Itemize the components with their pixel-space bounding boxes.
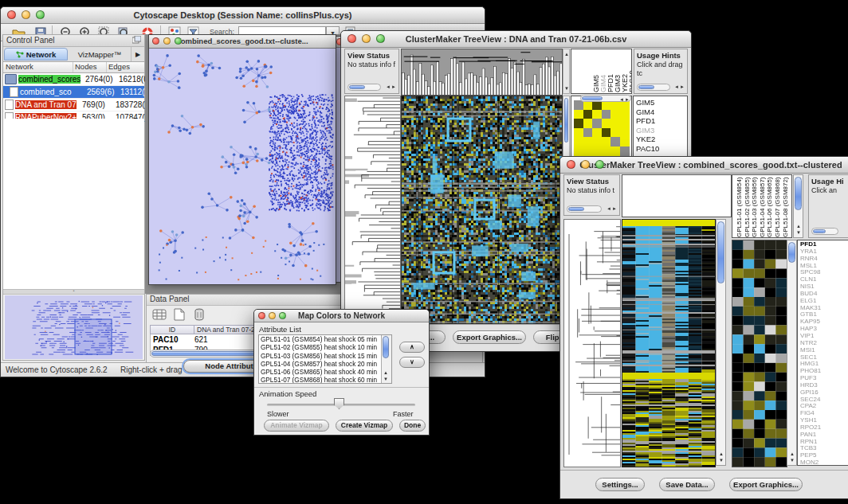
matrix-cell[interactable] <box>592 147 602 156</box>
treeview2-titlebar[interactable]: ClusterMaker TreeView : combined_scores_… <box>560 157 848 174</box>
column-label[interactable]: GPL51-02 (GSM855) <box>744 177 751 237</box>
matrix-cell[interactable] <box>610 110 620 119</box>
panel-splitter[interactable]: • <box>3 289 144 295</box>
matrix-cell[interactable] <box>610 137 620 147</box>
tv1-mini-scroll-strip[interactable]: ▲ ▼ <box>563 49 570 94</box>
save-data-button[interactable]: Save Data... <box>659 478 715 491</box>
tv1-heatmap-canvas[interactable] <box>401 96 563 324</box>
tv2-row-dendrogram[interactable] <box>563 219 621 467</box>
scroll-right-icon[interactable]: ► <box>625 96 630 103</box>
gene-label[interactable]: GIM3 <box>634 126 687 135</box>
delete-attribute-icon[interactable] <box>191 307 207 322</box>
gene-label[interactable]: MON2 <box>798 459 848 466</box>
matrix-cell[interactable] <box>574 119 583 128</box>
network-name[interactable]: combined_scores <box>18 75 85 84</box>
tv1-labels-hscrollbar[interactable]: ◄ ► <box>580 95 631 102</box>
tv1-correlation-matrix[interactable] <box>574 100 630 156</box>
col-header-edges[interactable]: Edges <box>107 62 144 72</box>
matrix-cell[interactable] <box>602 119 611 128</box>
matrix-cell[interactable] <box>583 128 593 138</box>
scroll-down-icon[interactable]: ▼ <box>796 229 801 236</box>
scroll-left-icon[interactable]: ◄ <box>607 205 611 212</box>
attribute-listbox[interactable]: GPL51-01 (GSM854) heat shock 05 minGPL51… <box>258 334 392 384</box>
tv2-genelist-vscrollbar[interactable]: ▲ ▼ <box>787 240 797 466</box>
matrix-cell[interactable] <box>592 128 602 138</box>
gene-label[interactable]: YKE2 <box>634 135 687 144</box>
tv2-heatmap-canvas[interactable] <box>622 219 716 467</box>
minimize-button[interactable] <box>22 10 30 19</box>
network-list-row[interactable]: combined_scores2764(0)16218(0) <box>3 73 144 86</box>
attribute-list-item[interactable]: GPL51-01 (GSM854) heat shock 05 min <box>259 336 382 344</box>
col-header-nodes[interactable]: Nodes <box>73 62 107 72</box>
scroll-down-icon[interactable]: ▼ <box>719 457 724 463</box>
matrix-cell[interactable] <box>574 147 583 156</box>
matrix-cell[interactable] <box>574 137 583 147</box>
vscroll-thumb[interactable] <box>383 336 389 358</box>
move-down-button[interactable]: ∨ <box>399 357 425 368</box>
tv1-hints-scrollbar[interactable] <box>637 84 670 91</box>
speed-slider-thumb[interactable] <box>334 398 344 409</box>
scroll-up-icon[interactable]: ▲ <box>796 223 801 229</box>
birdseye-overview-canvas[interactable] <box>5 295 143 359</box>
window-controls[interactable] <box>7 10 45 19</box>
network-name[interactable]: combined_sco <box>20 88 87 96</box>
tab-overflow-arrow[interactable]: ▶ <box>131 47 144 61</box>
attribute-list-item[interactable]: GPL51-06 (GSM865) heat shock 40 min <box>259 369 382 377</box>
network-list-row[interactable]: DNA and Tran 07769(0)183728(0) <box>3 99 144 111</box>
attribute-list-item[interactable]: GPL51-07 (GSM868) heat shock 60 min <box>259 377 382 384</box>
treeview1-titlebar[interactable]: ClusterMaker TreeView : DNA and Tran 07-… <box>341 31 691 48</box>
close-button[interactable] <box>258 312 265 319</box>
matrix-cell[interactable] <box>610 128 620 138</box>
zoom-button[interactable] <box>595 160 604 169</box>
main-titlebar[interactable]: Cytoscape Desktop (Session Name: collins… <box>1 7 485 24</box>
zoom-button[interactable] <box>36 10 45 19</box>
matrix-cell[interactable] <box>583 119 593 128</box>
tv1-status-scrollbar[interactable] <box>347 84 381 91</box>
tv1-column-dendrogram[interactable] <box>401 49 563 96</box>
vscroll-thumb[interactable] <box>788 242 795 263</box>
network-view-titlebar[interactable]: combined_scores_good.txt--cluste... <box>149 35 336 49</box>
network-name[interactable]: DNA and Tran 07 <box>15 100 82 109</box>
close-button[interactable] <box>567 160 575 169</box>
minimize-button[interactable] <box>163 37 171 45</box>
create-vizmap-button[interactable]: Create Vizmap <box>336 420 393 432</box>
matrix-cell[interactable] <box>610 119 620 128</box>
scroll-left-icon[interactable]: ◄ <box>619 96 624 103</box>
minimize-button[interactable] <box>362 34 371 43</box>
matrix-cell[interactable] <box>574 110 583 119</box>
attribute-list-item[interactable]: GPL51-03 (GSM856) heat shock 15 min <box>259 353 382 361</box>
column-label[interactable]: GPL51-08 (GSM872) <box>782 177 789 237</box>
scroll-left-icon[interactable]: ◄ <box>386 84 391 90</box>
scroll-right-icon[interactable]: ► <box>391 84 396 90</box>
tv2-labels-vscrollbar[interactable]: ▲ ▼ <box>793 174 803 238</box>
close-button[interactable] <box>7 10 16 19</box>
col-header-network[interactable]: Network <box>3 62 73 72</box>
tv2-detail-heatmap[interactable] <box>732 240 787 467</box>
scroll-left-icon[interactable]: ◄ <box>674 84 679 90</box>
matrix-cell[interactable] <box>592 137 602 147</box>
scroll-up-icon[interactable]: ▲ <box>383 369 388 376</box>
zoom-button[interactable] <box>175 37 182 45</box>
column-label[interactable]: GPL51-06 (GSM865) <box>766 177 773 237</box>
matrix-cell[interactable] <box>620 110 630 119</box>
matrix-cell[interactable] <box>583 110 593 119</box>
column-label[interactable]: PAC10 <box>628 70 632 92</box>
scroll-up-icon[interactable]: ▲ <box>719 451 724 457</box>
network-table-header[interactable]: Network Nodes Edges <box>3 62 144 73</box>
attribute-list-item[interactable]: GPL51-04 (GSM857) heat shock 20 min <box>259 361 382 369</box>
gene-label[interactable]: PAC10 <box>634 144 687 154</box>
matrix-cell[interactable] <box>574 128 583 138</box>
tv2-status-scrollbar[interactable] <box>567 205 602 213</box>
animate-vizmap-button[interactable]: Animate Vizmap <box>264 420 329 432</box>
settings-button[interactable]: Settings... <box>595 478 645 491</box>
column-label[interactable]: GPL51-03 (GSM856) <box>751 177 758 237</box>
attribute-list-item[interactable]: GPL51-02 (GSM855) heat shock 10 min <box>259 344 382 352</box>
zoom-button[interactable] <box>279 312 286 319</box>
gene-label[interactable]: PFD1 <box>634 116 687 126</box>
minimize-button[interactable] <box>269 312 276 319</box>
close-button[interactable] <box>347 34 356 43</box>
network-canvas[interactable] <box>149 49 334 284</box>
matrix-cell[interactable] <box>592 119 602 128</box>
matrix-cell[interactable] <box>620 128 630 138</box>
scroll-right-icon[interactable]: ► <box>612 205 617 212</box>
